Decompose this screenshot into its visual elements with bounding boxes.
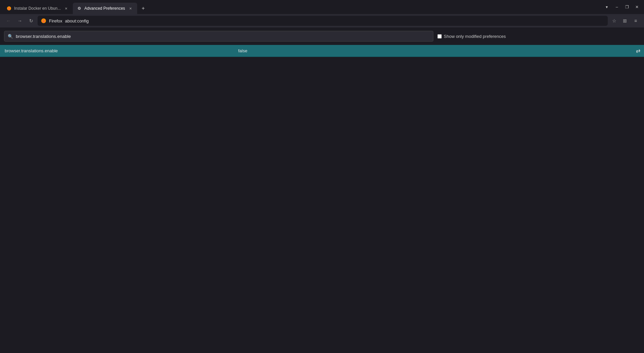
pref-search-box[interactable]: 🔍 [4,31,433,42]
page-content: 🔍 Show only modified preferences browser… [0,27,644,353]
tab-advanced-prefs-favicon: ⚙ [77,6,82,11]
search-input[interactable] [16,34,430,39]
show-modified-label: Show only modified preferences [444,34,506,39]
close-button[interactable]: ✕ [633,3,641,11]
maximize-button[interactable]: ❐ [623,3,631,11]
pref-value: false [235,48,632,53]
browser-label: Firefox [49,18,62,23]
reload-button[interactable]: ↻ [26,16,36,26]
pref-toggle-button[interactable]: ⇄ [632,45,644,57]
tab-docker[interactable]: Instalar Docker en Ubun... ✕ [3,3,73,14]
list-windows-button[interactable]: ▾ [602,3,611,11]
new-tab-button[interactable]: + [139,4,148,13]
tab-advanced-prefs[interactable]: ⚙ Advanced Preferences ✕ [73,3,137,14]
show-modified-wrap: Show only modified preferences [437,34,506,39]
show-modified-checkbox[interactable] [437,34,442,39]
tab-advanced-prefs-close[interactable]: ✕ [128,6,133,11]
title-bar: Instalar Docker en Ubun... ✕ ⚙ Advanced … [0,0,644,14]
tabs-area: Instalar Docker en Ubun... ✕ ⚙ Advanced … [0,0,602,14]
tab-docker-label: Instalar Docker en Ubun... [14,6,61,11]
pref-table: browser.translations.enable false ⇄ [0,45,644,57]
pref-row[interactable]: browser.translations.enable false ⇄ [0,45,644,57]
menu-button[interactable]: ≡ [631,16,641,26]
nav-bar: ← → ↻ Firefox about:config ☆ ⊞ ≡ [0,14,644,27]
tab-docker-close[interactable]: ✕ [63,6,69,11]
firefox-logo-icon [41,18,46,23]
back-button[interactable]: ← [3,16,13,26]
extensions-button[interactable]: ⊞ [620,16,630,26]
forward-button[interactable]: → [15,16,25,26]
tab-docker-favicon [7,6,11,11]
bookmark-button[interactable]: ☆ [609,16,619,26]
url-display: about:config [65,18,89,23]
tab-advanced-prefs-label: Advanced Preferences [84,6,125,11]
nav-right-actions: ☆ ⊞ ≡ [609,16,641,26]
address-bar[interactable]: Firefox about:config [38,16,608,26]
pref-name: browser.translations.enable [0,48,235,53]
search-bar-area: 🔍 Show only modified preferences [0,27,644,45]
title-bar-right: ▾ – ❐ ✕ [602,0,644,14]
search-icon: 🔍 [8,34,13,39]
minimize-button[interactable]: – [612,3,621,11]
